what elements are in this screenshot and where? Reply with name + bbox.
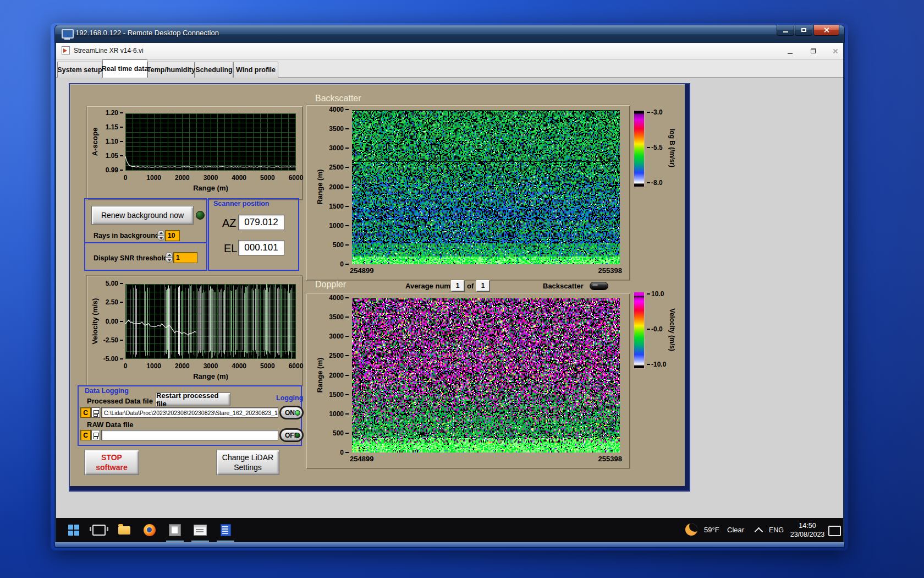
stop-line1: STOP <box>101 452 122 462</box>
snr-threshold-label: Display SNR threshold <box>94 254 168 262</box>
tick-label: 3500 <box>329 126 349 133</box>
doppler-x-range: 254899 255398 <box>352 455 620 464</box>
backscatter-y-axis-label: Range (m) <box>316 162 324 212</box>
ascope-x-axis-label: Range (m) <box>125 184 296 192</box>
x-start-label: 254899 <box>350 266 373 275</box>
tick-label: 2000 <box>329 184 349 191</box>
remote-desktop-icon <box>62 29 74 39</box>
snr-spinner[interactable] <box>166 252 173 263</box>
processed-path-field[interactable]: C:\Lidar\Data\Proc\2023\202308\20230823\… <box>101 407 278 418</box>
rdp-maximize-button[interactable] <box>795 25 812 36</box>
tick-label: -3.0 <box>647 109 663 116</box>
tick-label: 1000 <box>146 362 161 370</box>
vi-minimize-button[interactable] <box>783 46 797 56</box>
x-start-label: 254899 <box>350 455 373 463</box>
tick-label: 1500 <box>329 203 349 210</box>
doppler-y-ticks: 40003500300025002000150010005000 <box>326 295 349 456</box>
rdp-close-button[interactable] <box>813 25 839 36</box>
minimize-icon <box>788 53 793 54</box>
raw-browse-button[interactable] <box>91 430 100 440</box>
rdp-window-title: 192.168.0.122 - Remote Desktop Connectio… <box>75 29 219 37</box>
renew-background-button[interactable]: Renew background now <box>91 206 194 225</box>
language-indicator[interactable]: ENG <box>769 526 784 534</box>
restore-icon <box>811 48 816 53</box>
tab-wind-profile[interactable]: Wind profile <box>233 62 278 78</box>
snr-value-field[interactable]: 1 <box>173 252 197 263</box>
rdp-window-bottom-border <box>54 542 845 548</box>
weather-condition[interactable]: Clear <box>727 526 744 534</box>
tab-real-time-data[interactable]: Real time data <box>102 59 147 78</box>
active-app-indicator <box>191 541 209 542</box>
ascope-plot <box>125 113 296 171</box>
stop-software-button[interactable]: STOP software <box>84 450 139 475</box>
task-view-icon <box>92 525 106 536</box>
task-view-button[interactable] <box>87 518 111 542</box>
rdp-minimize-button[interactable] <box>777 25 794 36</box>
doppler-heatmap <box>352 298 620 452</box>
processed-logging-toggle[interactable]: ON <box>279 406 304 419</box>
change-lidar-settings-button[interactable]: Change LiDAR Settings <box>216 450 279 475</box>
backscatter-heatmap <box>352 110 620 264</box>
labview-app-button[interactable] <box>163 518 187 542</box>
restart-processed-file-button[interactable]: Restart processed file <box>156 392 230 406</box>
tab-scheduling[interactable]: Scheduling <box>195 62 233 78</box>
chevron-up-icon <box>755 527 763 536</box>
document-app-button[interactable] <box>213 518 238 542</box>
tick-label: -0.0 <box>647 326 663 333</box>
raw-path-field[interactable] <box>101 430 278 440</box>
vi-close-button[interactable] <box>828 46 842 56</box>
ascope-x-ticks: 0100020003000400050006000 <box>125 174 296 182</box>
firefox-button[interactable] <box>138 518 162 542</box>
az-label: AZ <box>222 217 237 230</box>
folder-icon <box>118 526 130 535</box>
background-led-indicator <box>196 211 205 220</box>
tick-label: 0 <box>340 261 349 268</box>
start-button[interactable] <box>62 518 86 542</box>
ra w-drive-box[interactable]: C <box>80 430 91 440</box>
velocity-y-ticks: 5.002.500.00-2.50-5.00 <box>96 280 123 363</box>
tick-label: -8.0 <box>647 179 663 187</box>
vi-window-title: StreamLine XR v14-6.vi <box>74 47 144 54</box>
action-center-button[interactable] <box>828 526 841 536</box>
tick-label: -10.0 <box>647 361 666 368</box>
tab-temp-humidity[interactable]: Temp/humidity <box>147 62 195 78</box>
tick-label: 4000 <box>329 295 349 302</box>
spinner-down-icon[interactable] <box>166 257 173 263</box>
tick-label: 6000 <box>289 362 304 370</box>
tick-label: 10.0 <box>647 291 664 298</box>
tick-label: 1.10 <box>106 138 123 145</box>
scan-scheduler-button[interactable] <box>188 518 212 542</box>
tick-label: 5000 <box>260 362 275 370</box>
vi-restore-button[interactable] <box>806 46 820 56</box>
labview-vi-icon <box>62 46 70 54</box>
backscatter-display-toggle[interactable] <box>590 282 608 290</box>
tick-label: 3000 <box>204 362 218 370</box>
average-number-field[interactable]: 1 <box>451 280 464 291</box>
clock[interactable]: 14:50 23/08/2023 <box>790 521 825 539</box>
rays-spinner[interactable] <box>157 230 164 241</box>
processed-drive-box[interactable]: C <box>80 407 91 418</box>
file-explorer-button[interactable] <box>112 518 136 542</box>
tab-label: Real time data <box>102 65 148 73</box>
rays-value-field[interactable]: 10 <box>165 230 180 241</box>
on-led-icon <box>295 410 300 416</box>
backscatter-toggle-label: Backscatter <box>543 282 584 290</box>
tick-label: 4000 <box>232 362 246 370</box>
remote-desktop-icon-base <box>64 39 70 40</box>
tick-label: 0 <box>124 362 128 370</box>
vi-titlebar[interactable] <box>56 43 843 59</box>
raw-data-file-label: RAW Data file <box>87 421 134 429</box>
tab-label: Scheduling <box>195 66 232 74</box>
spinner-down-icon[interactable] <box>157 235 164 241</box>
tick-label: 0.99 <box>106 167 123 174</box>
weather-button[interactable] <box>685 524 697 536</box>
notification-icon <box>828 526 841 536</box>
processed-browse-button[interactable] <box>91 407 100 418</box>
tick-label: 3500 <box>329 314 349 321</box>
average-total-field[interactable]: 1 <box>476 280 490 291</box>
tray-expand-button[interactable] <box>756 528 762 535</box>
tab-system-setup[interactable]: System setup <box>57 62 102 78</box>
raw-logging-toggle[interactable]: OFF <box>279 428 304 442</box>
tick-label: 1000 <box>329 411 349 418</box>
weather-temperature[interactable]: 59°F <box>704 526 719 534</box>
